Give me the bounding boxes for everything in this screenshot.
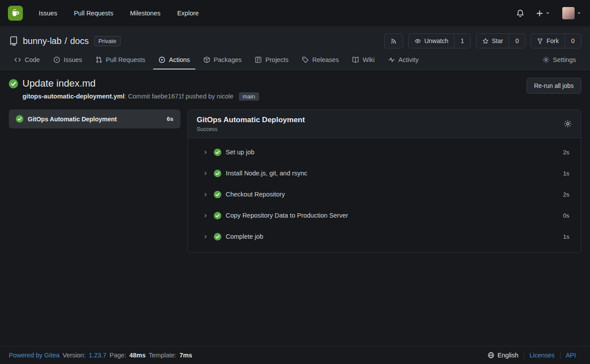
language-selector[interactable]: English <box>482 352 524 359</box>
repo-name-link[interactable]: docs <box>70 36 88 46</box>
run-subtitle: gitops-automatic-deployment.yml: Commit … <box>22 92 259 101</box>
package-icon <box>203 56 210 63</box>
job-duration: 6s <box>167 116 173 122</box>
jobs-sidebar: GitOps Automatic Deployment 6s <box>9 109 180 128</box>
page-footer: Powered by Gitea Version: 1.23.7 Page: 4… <box>0 346 590 364</box>
repo-title-row: bunny-lab / docs Private Unwatch 1 <box>9 33 581 48</box>
breadcrumb: bunny-lab / docs <box>23 36 89 46</box>
nav-item-explore[interactable]: Explore <box>177 10 199 17</box>
step-name: Copy Repository Data to Production Serve… <box>226 212 348 219</box>
success-check-icon <box>214 212 221 219</box>
step-row[interactable]: Set up job 2s <box>188 142 581 163</box>
tab-releases[interactable]: Releases <box>297 52 344 69</box>
template-time-label: Template: <box>149 352 176 359</box>
gitea-logo[interactable] <box>8 6 23 21</box>
chevron-right-icon <box>203 149 209 155</box>
step-row[interactable]: Copy Repository Data to Production Serve… <box>188 205 581 226</box>
language-label: English <box>498 352 519 359</box>
fork-icon <box>537 38 543 44</box>
tab-projects[interactable]: Projects <box>249 52 293 69</box>
run-header: Update index.md gitops-automatic-deploym… <box>9 78 581 101</box>
status-text: Success <box>197 126 305 132</box>
breadcrumb-separator: / <box>65 36 67 46</box>
branch-badge[interactable]: main <box>239 92 259 101</box>
plus-icon <box>536 10 543 17</box>
version-link[interactable]: 1.23.7 <box>89 352 106 359</box>
create-new-button[interactable] <box>536 10 551 17</box>
code-icon <box>14 56 21 63</box>
tab-actions[interactable]: Actions <box>153 52 195 69</box>
actions-run-page: Update index.md gitops-automatic-deploym… <box>0 70 590 346</box>
step-row[interactable]: Checkout Repository 2s <box>188 184 581 205</box>
job-list-item[interactable]: GitOps Automatic Deployment 6s <box>9 109 180 128</box>
chevron-right-icon <box>203 234 209 240</box>
nav-item-pull-requests[interactable]: Pull Requests <box>74 10 113 17</box>
tab-packages[interactable]: Packages <box>198 52 247 69</box>
fork-label: Fork <box>546 37 559 44</box>
chevron-right-icon <box>203 213 209 218</box>
stars-count[interactable]: 0 <box>509 34 525 48</box>
watchers-count[interactable]: 1 <box>454 34 470 48</box>
step-row[interactable]: Install Node.js, git, and rsync 1s <box>188 163 581 184</box>
star-button[interactable]: Star <box>476 34 509 48</box>
chevron-right-icon <box>203 192 209 197</box>
nav-item-milestones[interactable]: Milestones <box>130 10 160 17</box>
tab-label: Issues <box>64 56 82 63</box>
issue-icon <box>53 56 60 63</box>
workflow-file-link[interactable]: gitops-automatic-deployment.yml <box>22 93 125 100</box>
tab-code[interactable]: Code <box>9 52 45 69</box>
rerun-all-jobs-button[interactable]: Re-run all jobs <box>527 78 581 94</box>
step-duration: 2s <box>563 191 569 198</box>
steps-list: Set up job 2s Install Node.js, git, and … <box>188 138 581 252</box>
page-time-value: 48ms <box>129 352 146 359</box>
page-title: Update index.md <box>22 78 95 89</box>
tab-activity[interactable]: Activity <box>383 52 424 69</box>
settings-icon <box>542 56 550 63</box>
tab-wiki[interactable]: Wiki <box>347 52 380 69</box>
nav-item-issues[interactable]: Issues <box>39 10 57 17</box>
play-circle-icon <box>158 56 165 63</box>
tab-label: Pull Requests <box>106 56 145 63</box>
star-label: Star <box>492 37 503 44</box>
star-icon <box>482 38 489 44</box>
tab-label: Actions <box>169 56 190 63</box>
step-duration: 1s <box>563 170 569 177</box>
repo-tabs: Code Issues Pull Requests Actions Packag… <box>9 52 581 69</box>
success-check-icon <box>9 79 18 88</box>
footer-right: English Licenses API <box>482 352 581 359</box>
job-options-button[interactable] <box>564 120 572 128</box>
user-menu-button[interactable] <box>562 7 582 19</box>
gear-icon <box>564 120 572 128</box>
navbar-right <box>516 7 582 19</box>
fork-button[interactable]: Fork <box>531 34 564 48</box>
pulse-icon <box>388 56 395 63</box>
step-name: Install Node.js, git, and rsync <box>226 170 307 177</box>
api-link[interactable]: API <box>566 352 576 359</box>
run-body: GitOps Automatic Deployment 6s GitOps Au… <box>9 109 581 253</box>
visibility-badge: Private <box>94 36 121 46</box>
notifications-button[interactable] <box>516 9 524 18</box>
tab-issues[interactable]: Issues <box>48 52 88 69</box>
fork-button-group: Fork 0 <box>531 33 581 48</box>
job-detail-panel: GitOps Automatic Deployment Success Set … <box>187 109 581 253</box>
step-row[interactable]: Complete job 1s <box>188 226 581 247</box>
tab-settings[interactable]: Settings <box>537 52 581 69</box>
rss-icon <box>385 34 403 48</box>
forks-count[interactable]: 0 <box>564 34 581 48</box>
book-icon <box>352 56 359 63</box>
job-name: GitOps Automatic Deployment <box>28 116 162 123</box>
licenses-link[interactable]: Licenses <box>529 352 554 359</box>
step-name: Checkout Repository <box>226 191 285 198</box>
pull-request-icon <box>95 56 103 63</box>
globe-icon <box>487 352 495 359</box>
success-check-icon <box>214 191 221 198</box>
repo-owner-link[interactable]: bunny-lab <box>23 36 62 46</box>
version-label: Version: <box>62 352 85 359</box>
success-check-icon <box>214 170 221 177</box>
template-time-value: 7ms <box>180 352 192 359</box>
rss-button[interactable] <box>384 33 403 48</box>
powered-by-link[interactable]: Powered by Gitea <box>9 352 59 359</box>
step-name: Set up job <box>226 149 254 156</box>
unwatch-button[interactable]: Unwatch <box>409 34 454 48</box>
tab-pull-requests[interactable]: Pull Requests <box>90 52 150 69</box>
